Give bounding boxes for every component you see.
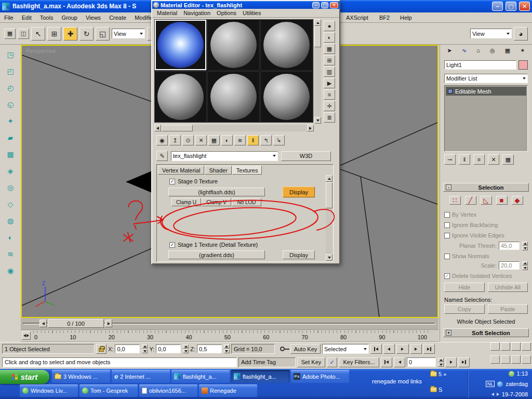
- menu-options[interactable]: Options: [214, 10, 239, 16]
- go-to-start-button-2[interactable]: [381, 357, 392, 367]
- material-name-dropdown[interactable]: tex_flashlight: [171, 151, 278, 161]
- reference-coordinate-dropdown[interactable]: View: [112, 29, 145, 38]
- y-coordinate-field[interactable]: 0,0: [156, 344, 181, 353]
- taskbar-button-windows-group[interactable]: 3 Windows ...: [52, 370, 110, 383]
- previous-frame-button-2[interactable]: [394, 357, 405, 367]
- modifier-list-dropdown[interactable]: Modifier List: [444, 74, 528, 83]
- put-material-icon[interactable]: ↥: [169, 135, 181, 145]
- angle-snap-icon[interactable]: ◫: [18, 29, 29, 39]
- ignore-backfacing-checkbox[interactable]: [444, 222, 450, 228]
- tray-forward-icon[interactable]: [497, 393, 499, 396]
- selection-rollout-header[interactable]: - Selection: [443, 183, 529, 192]
- time-slider-next-button[interactable]: [105, 320, 112, 327]
- track-bar[interactable]: 0102030405060708090100: [21, 329, 438, 342]
- taskbar-button-flashlight-1[interactable]: flashlight_a...: [171, 370, 230, 383]
- zoom-extents-all-icon[interactable]: [522, 342, 531, 351]
- side-tool-icon-3[interactable]: ◴: [4, 81, 18, 95]
- taskbar-button-renegade[interactable]: Renegade: [199, 384, 257, 397]
- make-unique-icon[interactable]: ≡: [473, 154, 485, 165]
- taskbar-links-toolbar[interactable]: renegade mod links: [372, 378, 422, 384]
- pick-material-eyedropper-icon[interactable]: ✎: [156, 151, 168, 161]
- side-tool-icon-10[interactable]: ◇: [4, 197, 18, 211]
- chevron-icon[interactable]: »: [443, 371, 446, 377]
- next-frame-button[interactable]: [410, 344, 422, 354]
- time-slider-prev-button[interactable]: [39, 320, 47, 327]
- object-color-swatch[interactable]: [518, 60, 528, 70]
- slots-horizontal-scrollbar[interactable]: [154, 125, 314, 131]
- background-checker-icon[interactable]: ▦: [324, 44, 335, 54]
- viewport-label[interactable]: Perspective: [26, 48, 56, 54]
- close-button[interactable]: ✕: [519, 2, 530, 11]
- language-indicator[interactable]: NL: [486, 381, 495, 387]
- maximize-button[interactable]: ▢: [506, 2, 516, 11]
- render-teapot-icon[interactable]: ◕: [514, 27, 528, 41]
- quick-launch-bottom[interactable]: S: [430, 387, 442, 393]
- menu-group[interactable]: Group: [57, 15, 82, 21]
- play-button[interactable]: [396, 344, 409, 354]
- current-frame-field[interactable]: 0: [407, 357, 436, 367]
- material-slot-5[interactable]: [207, 71, 260, 123]
- side-tool-icon-6[interactable]: ▰: [4, 131, 18, 144]
- key-mode-dropdown[interactable]: Selected: [322, 344, 369, 354]
- track-bar-zoom-icon[interactable]: [22, 331, 31, 340]
- copy-button[interactable]: Copy: [444, 304, 485, 314]
- polygon-icon[interactable]: ■: [496, 196, 508, 205]
- planar-thresh-field[interactable]: 45,0: [499, 242, 520, 250]
- pin-stack-icon[interactable]: ⊸: [444, 154, 456, 165]
- panel-vertical-scrollbar[interactable]: [326, 175, 332, 261]
- remove-modifier-icon[interactable]: ✕: [488, 154, 499, 165]
- edge-icon[interactable]: ╱: [465, 196, 476, 205]
- arc-rotate-icon[interactable]: [511, 355, 521, 364]
- select-and-move-icon[interactable]: ✚: [63, 27, 77, 41]
- frame-spinner[interactable]: [438, 358, 444, 367]
- selection-lock-button[interactable]: [96, 344, 107, 354]
- set-key-check-icon[interactable]: ✓: [327, 357, 337, 367]
- stage1-texture-button[interactable]: (gradient.dds): [168, 250, 265, 259]
- add-time-tag-field[interactable]: Add Time Tag: [238, 357, 296, 367]
- maximize-viewport-icon[interactable]: [522, 355, 531, 364]
- configure-stack-icon[interactable]: ▦: [502, 154, 514, 165]
- side-tool-icon-11[interactable]: ◍: [4, 214, 18, 228]
- delete-isolated-vertices-checkbox[interactable]: ✓: [444, 273, 450, 279]
- soft-selection-rollout-header[interactable]: + Soft Selection: [443, 328, 529, 337]
- zoom-all-icon[interactable]: [501, 342, 510, 351]
- show-normals-checkbox[interactable]: [444, 254, 450, 259]
- side-tool-icon-14[interactable]: ◉: [4, 264, 18, 277]
- snap-toggle-icon[interactable]: ▦: [4, 29, 16, 39]
- taskbar-button-windows-live[interactable]: Windows Liv...: [20, 384, 78, 397]
- collapse-icon[interactable]: -: [446, 184, 451, 190]
- side-tool-icon-7[interactable]: ▦: [4, 148, 18, 161]
- clamp-u-button[interactable]: Clamp U: [171, 198, 201, 206]
- go-to-end-button-2[interactable]: [458, 357, 470, 367]
- scale-spinner[interactable]: [522, 261, 528, 270]
- backlight-icon[interactable]: ◐: [324, 32, 335, 43]
- show-end-result-icon-me[interactable]: ‖: [247, 135, 259, 145]
- side-tool-icon-2[interactable]: ◰: [4, 64, 18, 78]
- side-tool-icon-4[interactable]: ◵: [4, 98, 18, 111]
- scale-field[interactable]: 20,0: [499, 261, 520, 270]
- delete-material-icon[interactable]: ✕: [195, 135, 207, 145]
- utilities-tab-icon[interactable]: ✶: [520, 47, 525, 54]
- hide-button[interactable]: Hide: [444, 283, 485, 292]
- menu-maxscript[interactable]: AXScript: [342, 15, 373, 21]
- video-color-check-icon[interactable]: ▥: [324, 66, 335, 77]
- material-slot-2[interactable]: [207, 19, 260, 71]
- select-and-scale-icon[interactable]: ◱: [96, 27, 110, 41]
- ignore-visible-edges-checkbox[interactable]: [444, 233, 450, 238]
- z-spinner[interactable]: [224, 344, 230, 353]
- side-tool-icon-8[interactable]: ◈: [4, 164, 18, 178]
- named-selection-dropdown[interactable]: View: [470, 29, 512, 38]
- show-end-result-icon[interactable]: ‖: [459, 154, 470, 165]
- zoom-extents-icon[interactable]: [511, 342, 521, 351]
- stage0-checkbox[interactable]: ✓: [169, 179, 175, 184]
- tab-textures[interactable]: Textures: [232, 166, 262, 175]
- set-key-button[interactable]: Set Key: [297, 357, 325, 367]
- x-coordinate-field[interactable]: 0,0: [115, 344, 140, 353]
- side-tool-icon-5[interactable]: ✦: [4, 114, 18, 128]
- display-tab-icon[interactable]: ▦: [505, 47, 510, 54]
- stage1-display-button[interactable]: Display: [283, 250, 315, 259]
- object-name-field[interactable]: Light1: [444, 60, 516, 70]
- pan-icon[interactable]: [501, 355, 510, 364]
- material-editor-dialog[interactable]: Material Editor - tex_flashlight – ▢ ✕ M…: [151, 0, 340, 264]
- no-lod-button[interactable]: No LOD: [232, 198, 261, 206]
